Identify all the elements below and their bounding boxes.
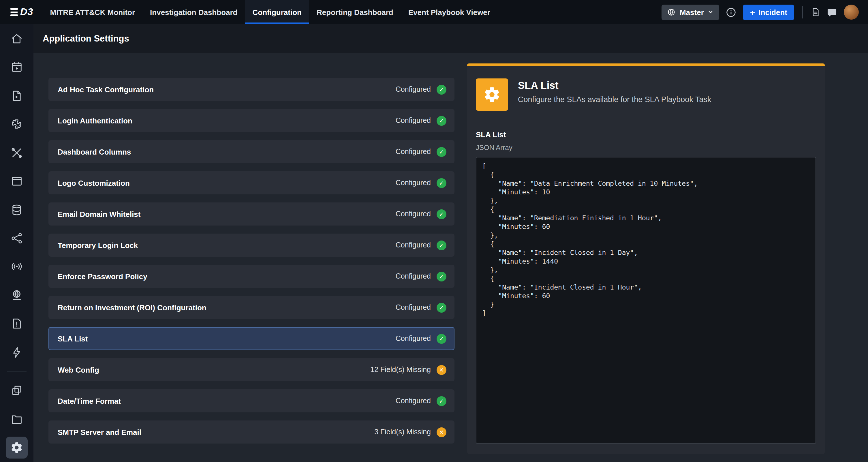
- setting-label: Email Domain Whitelist: [58, 210, 141, 218]
- settings-list: Ad Hoc Task ConfigurationConfigured✓Logi…: [49, 78, 455, 443]
- sidebar-item-home[interactable]: [0, 24, 33, 53]
- sidebar-item-database[interactable]: [0, 195, 33, 224]
- error-circle-icon: ✕: [437, 365, 446, 375]
- sidebar-item-document-alert[interactable]: [0, 309, 33, 338]
- setting-status: Configured: [396, 179, 431, 187]
- settings-icon: [6, 437, 28, 459]
- top-navigation-bar: D3 MITRE ATT&CK MonitorInvestigation Das…: [0, 0, 868, 24]
- info-icon[interactable]: [726, 7, 737, 18]
- sidebar-item-window[interactable]: [0, 167, 33, 195]
- nav-item-investigation-dashboard[interactable]: Investigation Dashboard: [143, 0, 245, 24]
- document-alert-icon: [10, 317, 23, 330]
- setting-row-dashboard-columns[interactable]: Dashboard ColumnsConfigured✓: [49, 140, 455, 163]
- check-circle-icon: ✓: [437, 396, 446, 406]
- nav-item-configuration[interactable]: Configuration: [245, 0, 309, 24]
- sidebar-item-copy[interactable]: [0, 376, 33, 405]
- d3-logo[interactable]: D3: [0, 0, 42, 24]
- globe-icon: [668, 8, 676, 16]
- user-avatar[interactable]: [844, 5, 859, 20]
- check-circle-icon: ✓: [437, 334, 446, 343]
- primary-nav: MITRE ATT&CK MonitorInvestigation Dashbo…: [42, 0, 498, 24]
- sidebar-item-settings[interactable]: [0, 433, 33, 462]
- setting-status: 3 Field(s) Missing: [374, 428, 431, 436]
- incident-button-label: Incident: [758, 8, 787, 17]
- d3-logo-text: D3: [20, 6, 33, 18]
- setting-label: Login Authentication: [58, 116, 132, 125]
- check-circle-icon: ✓: [437, 178, 446, 188]
- setting-status: Configured: [396, 148, 431, 156]
- page-title: Application Settings: [43, 24, 129, 53]
- setting-status: Configured: [396, 397, 431, 405]
- detail-header-text: SLA List Configure the SLAs available fo…: [518, 79, 711, 104]
- setting-status: Configured: [396, 272, 431, 280]
- sidebar-item-connections[interactable]: [0, 224, 33, 253]
- plus-icon: +: [750, 8, 755, 17]
- setting-status: Configured: [396, 241, 431, 249]
- report-play-icon: [10, 89, 23, 102]
- sidebar-item-automation-bolt[interactable]: [0, 338, 33, 367]
- setting-row-email-domain-whitelist[interactable]: Email Domain WhitelistConfigured✓: [49, 203, 455, 225]
- new-incident-button[interactable]: + Incident: [743, 4, 794, 20]
- field-type-label: JSON Array: [476, 144, 816, 152]
- setting-label: SLA List: [58, 334, 88, 343]
- detail-panel: SLA List Configure the SLAs available fo…: [467, 63, 825, 454]
- check-circle-icon: ✓: [437, 116, 446, 125]
- sidebar-divider: [7, 371, 27, 372]
- sidebar-item-folder[interactable]: [0, 405, 33, 433]
- detail-title: SLA List: [518, 80, 711, 92]
- nav-item-reporting-dashboard[interactable]: Reporting Dashboard: [309, 0, 401, 24]
- setting-row-return-on-investment-roi-configuration[interactable]: Return on Investment (ROI) Configuration…: [49, 296, 455, 319]
- utilities-tools-icon: [10, 146, 23, 159]
- json-editor[interactable]: [ { "Name": "Data Enrichment Completed i…: [476, 157, 816, 443]
- chat-icon[interactable]: [827, 7, 837, 18]
- workspace-selector[interactable]: Master: [662, 4, 719, 20]
- sidebar-item-calendar-play[interactable]: [0, 53, 33, 81]
- setting-label: SMTP Server and Email: [58, 428, 141, 436]
- chevron-down-icon: [708, 9, 714, 15]
- setting-row-web-config[interactable]: Web Config12 Field(s) Missing✕: [49, 358, 455, 381]
- field-label: SLA List: [476, 130, 816, 139]
- setting-row-enforce-password-policy[interactable]: Enforce Password PolicyConfigured✓: [49, 265, 455, 288]
- setting-row-temporary-login-lock[interactable]: Temporary Login LockConfigured✓: [49, 234, 455, 257]
- topbar-right-cluster: Master + Incident: [662, 0, 868, 24]
- nav-item-event-playbook-viewer[interactable]: Event Playbook Viewer: [401, 0, 498, 24]
- setting-label: Return on Investment (ROI) Configuration: [58, 303, 207, 312]
- detail-description: Configure the SLAs available for the SLA…: [518, 95, 711, 104]
- copy-icon: [10, 384, 23, 397]
- calendar-play-icon: [10, 61, 23, 73]
- home-icon: [10, 32, 23, 45]
- workspace-label: Master: [680, 8, 704, 17]
- check-circle-icon: ✓: [437, 303, 446, 312]
- database-icon: [10, 203, 23, 216]
- setting-row-date-time-format[interactable]: Date/Time FormatConfigured✓: [49, 389, 455, 412]
- sidebar-item-utilities-tools[interactable]: [0, 138, 33, 167]
- setting-status: Configured: [396, 335, 431, 343]
- d3-logo-icon: [10, 8, 18, 16]
- check-circle-icon: ✓: [437, 85, 446, 94]
- setting-label: Dashboard Columns: [58, 147, 131, 156]
- error-circle-icon: ✕: [437, 427, 446, 437]
- setting-row-smtp-server-and-email[interactable]: SMTP Server and Email3 Field(s) Missing✕: [49, 421, 455, 443]
- setting-status: Configured: [396, 85, 431, 93]
- check-circle-icon: ✓: [437, 271, 446, 281]
- setting-row-ad-hoc-task-configuration[interactable]: Ad Hoc Task ConfigurationConfigured✓: [49, 78, 455, 101]
- setting-status: 12 Field(s) Missing: [370, 366, 431, 374]
- folder-icon: [10, 413, 23, 426]
- setting-label: Logo Customization: [58, 179, 130, 187]
- sidebar-item-report-play[interactable]: [0, 81, 33, 110]
- setting-status: Configured: [396, 210, 431, 218]
- setting-row-sla-list[interactable]: SLA ListConfigured✓: [49, 327, 455, 350]
- sidebar-item-broadcast[interactable]: [0, 253, 33, 281]
- sidebar-nav: [0, 24, 33, 462]
- broadcast-icon: [10, 260, 23, 273]
- sidebar-item-integrations-puzzle[interactable]: [0, 110, 33, 138]
- document-icon[interactable]: [811, 7, 820, 17]
- automation-bolt-icon: [10, 346, 23, 359]
- setting-row-logo-customization[interactable]: Logo CustomizationConfigured✓: [49, 171, 455, 194]
- nav-item-mitre-att-ck-monitor[interactable]: MITRE ATT&CK Monitor: [42, 0, 143, 24]
- setting-row-login-authentication[interactable]: Login AuthenticationConfigured✓: [49, 109, 455, 132]
- setting-status: Configured: [396, 117, 431, 125]
- sidebar-item-web-globe[interactable]: [0, 281, 33, 309]
- topbar-divider: [802, 6, 803, 19]
- setting-label: Temporary Login Lock: [58, 241, 138, 249]
